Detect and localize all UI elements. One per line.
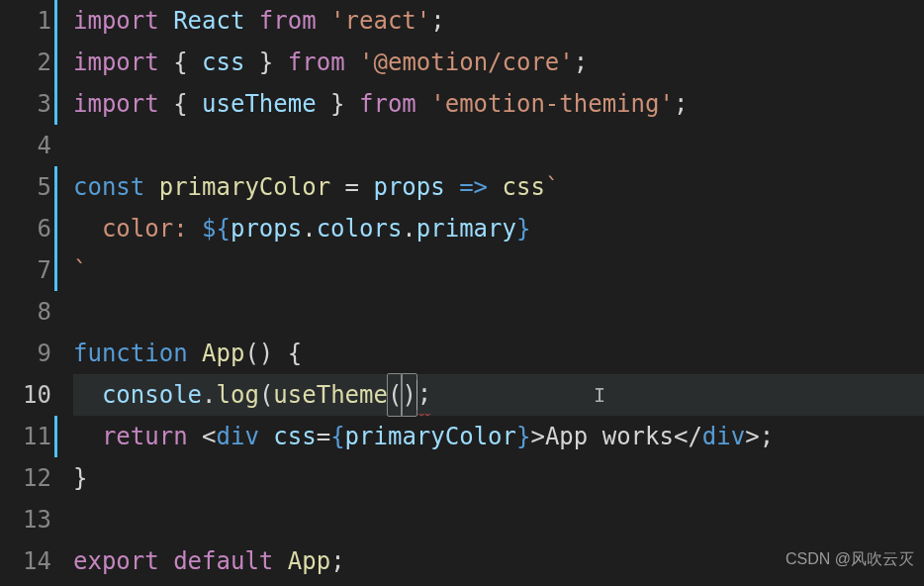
token: div [702,416,745,457]
code-editor[interactable]: 1234567891011121314 import React from 'r… [0,0,924,586]
token [345,83,359,125]
token: import [73,42,159,83]
code-line[interactable]: import { css } from '@emotion/core'; [73,42,924,83]
token: ; [330,540,344,582]
token: from [288,42,345,83]
token: >; [745,416,774,457]
token: import [73,0,159,42]
line-number: 3 [0,83,51,125]
code-line[interactable]: function App() { [73,333,924,374]
token: . [402,208,416,249]
token: return [102,416,188,457]
line-number: 6 [0,208,51,249]
token: } [73,457,87,499]
line-number: 12 [0,457,51,499]
token: } [516,208,530,249]
token: } [317,83,345,125]
line-number: 10 [0,374,51,416]
code-line[interactable]: import { useTheme } from 'emotion-themin… [73,83,924,125]
line-number: 1 [0,0,51,42]
token [159,83,173,125]
modified-indicator [54,416,57,457]
token: { [288,333,302,374]
code-area[interactable]: import React from 'react';import { css }… [57,0,924,586]
line-number: 9 [0,333,51,374]
token: ` [545,166,559,208]
line-number: 2 [0,42,51,83]
token: { [330,416,344,457]
token: div [217,416,259,457]
token: ) [401,373,416,417]
token: 'emotion-theming' [430,83,674,125]
token: App works [545,416,674,457]
token: from [359,83,416,125]
token [273,42,287,83]
token: ${ [202,208,231,249]
token [159,540,173,582]
token: useTheme [202,83,317,125]
token: props [231,208,302,249]
token: colors [317,208,403,249]
code-line[interactable]: ` [73,249,924,291]
token [73,416,102,457]
code-line[interactable]: color: ${props.colors.primary} [73,208,924,249]
line-number: 8 [0,291,51,333]
token [273,540,287,582]
token: props [373,166,444,208]
token [445,166,459,208]
line-number: 11 [0,416,51,457]
line-number: 14 [0,540,51,582]
token: default [173,540,273,582]
token: import [73,83,159,125]
token: ; [417,373,431,417]
token: function [73,333,188,374]
token: () [244,333,273,374]
line-number: 13 [0,499,51,540]
code-line[interactable]: return <div css={primaryColor}>App works… [73,416,924,457]
token: = [345,166,359,208]
token [73,374,102,416]
modified-indicator [54,249,57,291]
token [188,416,202,457]
line-number: 7 [0,249,51,291]
token [159,42,173,83]
token: css [202,42,244,83]
token: css [503,166,545,208]
line-number-gutter: 1234567891011121314 [0,0,57,586]
token: } [516,416,530,457]
token [345,42,359,83]
code-line[interactable] [73,291,924,333]
code-line[interactable]: import React from 'react'; [73,0,924,42]
token: App [202,333,244,374]
code-line[interactable]: console.log(useTheme(); [73,374,924,416]
token: 'react' [330,0,430,42]
token: export [73,540,159,582]
code-line[interactable]: const primaryColor = props => css` [73,166,924,208]
token [488,166,502,208]
token: css [273,416,316,457]
token: primaryColor [159,166,330,208]
token: { [173,83,202,125]
token: ; [674,83,688,125]
modified-indicator [54,166,57,208]
code-line[interactable]: } [73,457,924,499]
token [330,166,344,208]
token: ; [574,42,588,83]
token: React [173,0,244,42]
token [317,0,330,42]
token: useTheme [273,374,388,416]
modified-indicator [54,208,57,249]
token: . [302,208,316,249]
token: => [459,166,488,208]
token: = [317,416,330,457]
token [359,166,373,208]
line-number: 4 [0,125,51,166]
modified-indicator [54,83,57,125]
token [273,333,287,374]
code-line[interactable] [73,499,924,540]
code-line[interactable] [73,125,924,166]
token: const [73,166,144,208]
modified-indicator [54,0,57,42]
token: App [288,540,330,582]
line-number: 5 [0,166,51,208]
